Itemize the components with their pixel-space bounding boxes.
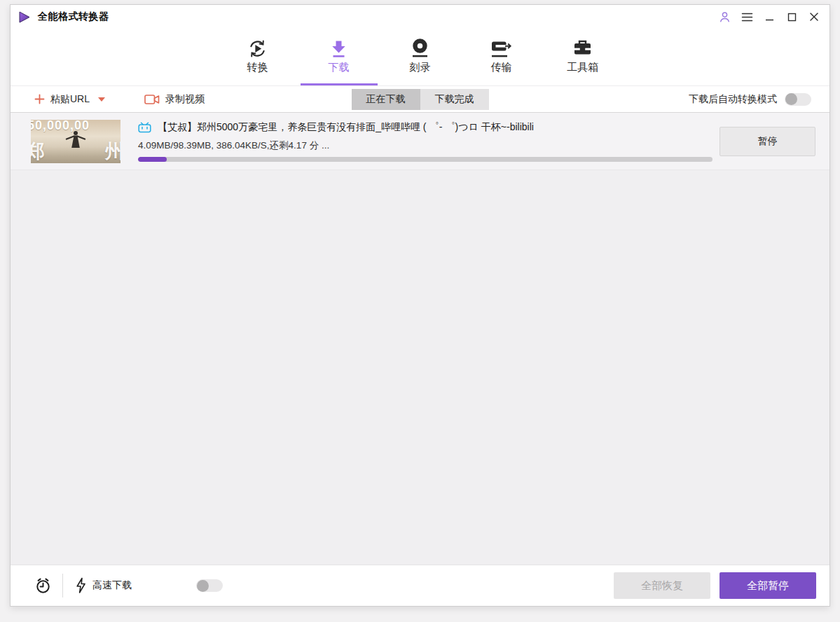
download-list: 50,000,00 郑 州 (11, 113, 829, 565)
nav-label-download: 下载 (329, 61, 350, 74)
auto-convert-control: 下载后自动转换模式 (689, 93, 811, 106)
minimize-icon[interactable] (762, 10, 776, 24)
thumbnail-person-figure (64, 130, 88, 155)
tab-transfer[interactable]: 传输 (476, 35, 527, 85)
high-speed-label: 高速下载 (92, 579, 132, 592)
thumbnail-char-right: 州 (105, 139, 121, 163)
nav-tabs: 转换 下载 刻录 (233, 29, 608, 85)
burn-icon (409, 35, 431, 60)
app-logo-icon (18, 11, 31, 24)
toggle-knob (197, 580, 209, 592)
filter-tab-downloading[interactable]: 正在下载 (352, 89, 420, 110)
paste-url-button[interactable]: 粘贴URL (34, 93, 105, 106)
auto-convert-toggle[interactable] (785, 93, 811, 106)
download-title-line: 【艾叔】郑州5000万豪宅里，养条巨贵有没有排面_哔哩哔哩 ( ゜- ゜)つロ … (138, 121, 712, 134)
close-icon[interactable] (807, 10, 821, 24)
toggle-knob (785, 93, 797, 105)
maximize-icon[interactable] (785, 10, 799, 24)
account-icon[interactable] (717, 10, 731, 24)
download-filter-tabs: 正在下载 下载完成 (352, 89, 489, 110)
download-icon (328, 35, 350, 60)
pause-button[interactable]: 暂停 (719, 127, 815, 156)
record-video-label: 录制视频 (165, 93, 205, 106)
nav-label-burn: 刻录 (410, 61, 431, 74)
main-nav: 转换 下载 刻录 (11, 29, 829, 86)
footer-divider (62, 574, 63, 597)
pause-all-button[interactable]: 全部暂停 (719, 572, 816, 599)
progress-fill (138, 157, 167, 162)
download-row: 50,000,00 郑 州 (11, 113, 829, 170)
lightning-icon (76, 577, 86, 594)
toolbox-icon (572, 35, 593, 60)
camera-icon (144, 94, 160, 105)
download-stats: 4.09MB/98.39MB, 386.04KB/S,还剩4.17 分 ... (138, 139, 712, 152)
record-video-button[interactable]: 录制视频 (144, 93, 205, 106)
schedule-clock-icon[interactable] (34, 577, 52, 595)
download-info: 【艾叔】郑州5000万豪宅里，养条巨贵有没有排面_哔哩哔哩 ( ゜- ゜)つロ … (138, 121, 712, 162)
convert-icon (247, 35, 268, 60)
video-thumbnail: 50,000,00 郑 州 (31, 120, 121, 163)
tab-toolbox[interactable]: 工具箱 (558, 35, 608, 85)
filter-tab-completed[interactable]: 下载完成 (420, 89, 489, 110)
progress-bar (138, 157, 712, 162)
resume-all-button[interactable]: 全部恢复 (614, 572, 710, 599)
auto-convert-label: 下载后自动转换模式 (689, 93, 777, 106)
nav-label-convert: 转换 (247, 61, 268, 74)
tab-burn[interactable]: 刻录 (395, 35, 446, 85)
titlebar: 全能格式转换器 (11, 5, 829, 29)
toolbar: 粘贴URL 录制视频 正在下载 下载完成 下载后自动转换模式 (11, 86, 829, 113)
tab-convert[interactable]: 转换 (233, 35, 283, 85)
bilibili-icon (138, 122, 151, 133)
menu-icon[interactable] (740, 10, 754, 24)
tab-download[interactable]: 下载 (314, 35, 364, 85)
app-window: 全能格式转换器 (10, 4, 830, 607)
download-title: 【艾叔】郑州5000万豪宅里，养条巨贵有没有排面_哔哩哔哩 ( ゜- ゜)つロ … (158, 121, 534, 134)
titlebar-controls (717, 10, 821, 24)
thumbnail-char-left: 郑 (31, 139, 45, 163)
paste-url-label: 粘贴URL (50, 93, 90, 106)
footer-buttons: 全部恢复 全部暂停 (614, 572, 816, 599)
plus-icon (34, 94, 45, 104)
app-title: 全能格式转换器 (38, 11, 109, 23)
chevron-down-icon[interactable] (98, 97, 105, 102)
nav-label-transfer: 传输 (491, 61, 512, 74)
nav-label-toolbox: 工具箱 (567, 61, 598, 74)
footer-bar: 高速下载 全部恢复 全部暂停 (11, 565, 829, 606)
transfer-icon (490, 35, 513, 60)
high-speed-toggle[interactable] (196, 579, 223, 592)
active-tab-underline (301, 83, 378, 85)
